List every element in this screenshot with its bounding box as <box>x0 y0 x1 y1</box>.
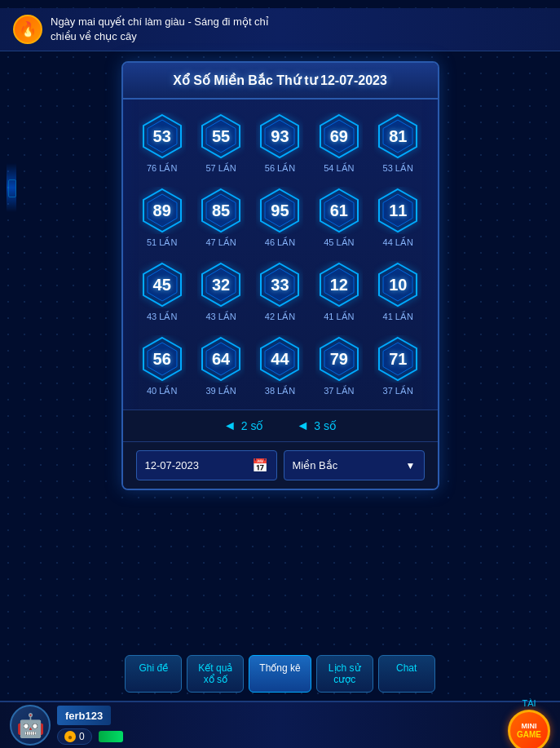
nav-chat-button[interactable]: Chat <box>378 655 435 693</box>
region-select[interactable]: Miền Bắc ▼ <box>284 450 425 480</box>
username-bar: ferb123 <box>57 706 111 725</box>
number-cell: 10 41 LẦN <box>374 261 421 322</box>
bottom-nav: Ghi đề Kết quả xổ số Thống kê Lịch sử cư… <box>0 648 560 699</box>
coin-icon: ● <box>64 731 76 742</box>
mini-game[interactable]: TÀI MINI GAME <box>508 698 550 748</box>
number-cell: 44 38 LẦN <box>256 335 303 396</box>
hexagon[interactable]: 81 <box>374 113 421 160</box>
number-cell: 11 44 LẦN <box>374 187 421 248</box>
mini-game-badge[interactable]: MINI GAME <box>508 710 550 748</box>
card-header: Xổ Số Miền Bắc Thứ tư 12-07-2023 <box>123 63 438 100</box>
hexagon[interactable]: 45 <box>139 261 186 308</box>
number-cell: 33 42 LẦN <box>256 261 303 322</box>
controls-row: 12-07-2023 📅 Miền Bắc ▼ <box>123 442 438 489</box>
user-info: ferb123 ● 0 <box>57 706 508 745</box>
hexagon[interactable]: 44 <box>256 335 303 383</box>
numbers-row-1: 53 76 LẦN 55 57 LẦN <box>133 113 428 174</box>
hexagon[interactable]: 61 <box>315 187 363 234</box>
filter-3so-arrow: ◄ <box>297 418 310 433</box>
numbers-row-4: 56 40 LẦN 64 39 LẦN <box>133 335 428 396</box>
hexagon[interactable]: 10 <box>374 261 421 308</box>
banner-text: Ngày mai quyết chí làm giàu - Sáng đi mộ… <box>51 15 269 44</box>
dropdown-arrow-icon: ▼ <box>406 460 416 471</box>
main-container: 🔥 Ngày mai quyết chí làm giàu - Sáng đi … <box>0 0 560 748</box>
number-cell: 56 40 LẦN <box>139 335 186 396</box>
filter-2so-button[interactable]: ◄ 2 số <box>223 418 264 433</box>
coin-badge: ● 0 <box>57 728 92 745</box>
side-decoration <box>7 163 16 212</box>
hexagon[interactable]: 32 <box>197 261 245 308</box>
number-cell: 32 43 LẦN <box>197 261 245 322</box>
hexagon[interactable]: 53 <box>139 113 186 160</box>
number-cell: 69 54 LẦN <box>315 113 363 174</box>
username: ferb123 <box>65 710 103 722</box>
filter-3so-button[interactable]: ◄ 3 số <box>297 418 337 433</box>
number-cell: 93 56 LẦN <box>256 113 303 174</box>
hexagon[interactable]: 11 <box>374 187 421 234</box>
hexagon[interactable]: 89 <box>139 187 186 234</box>
number-cell: 53 76 LẦN <box>139 113 186 174</box>
hexagon[interactable]: 93 <box>256 113 303 160</box>
avatar: 🤖 <box>10 705 51 746</box>
nav-ket-qua-button[interactable]: Kết quả xổ số <box>187 655 244 693</box>
hexagon[interactable]: 95 <box>256 187 303 234</box>
main-card: Xổ Số Miền Bắc Thứ tư 12-07-2023 53 76 L… <box>121 61 439 490</box>
hexagon[interactable]: 85 <box>197 187 245 234</box>
avatar-icon: 🤖 <box>16 712 45 739</box>
number-cell: 81 53 LẦN <box>374 113 421 174</box>
number-cell: 89 51 LẦN <box>139 187 186 248</box>
numbers-row-2: 89 51 LẦN 85 47 LẦN <box>133 187 428 248</box>
hexagon[interactable]: 55 <box>197 113 245 160</box>
bottom-bar: 🤖 ferb123 ● 0 TÀI MINI GAME <box>0 701 560 748</box>
hexagon[interactable]: 56 <box>139 335 186 383</box>
coins-row: ● 0 <box>57 728 508 745</box>
calendar-icon: 📅 <box>252 458 268 473</box>
number-cell: 55 57 LẦN <box>197 113 245 174</box>
hexagon[interactable]: 79 <box>315 335 363 383</box>
number-cell: 61 45 LẦN <box>315 187 363 248</box>
number-cell: 79 37 LẦN <box>315 335 363 396</box>
hexagon[interactable]: 69 <box>315 113 363 160</box>
filter-2so-arrow: ◄ <box>223 418 236 433</box>
numbers-row-3: 45 43 LẦN 32 43 LẦN <box>133 261 428 322</box>
number-cell: 95 46 LẦN <box>256 187 303 248</box>
number-cell: 45 43 LẦN <box>139 261 186 322</box>
number-cell: 85 47 LẦN <box>197 187 245 248</box>
card-title: Xổ Số Miền Bắc Thứ tư 12-07-2023 <box>139 73 421 88</box>
number-cell: 12 41 LẦN <box>315 261 363 322</box>
top-banner: 🔥 Ngày mai quyết chí làm giàu - Sáng đi … <box>0 8 560 51</box>
date-input[interactable]: 12-07-2023 📅 <box>136 450 277 480</box>
hexagon[interactable]: 64 <box>197 335 245 383</box>
nav-lich-su-button[interactable]: Lịch sử cược <box>316 655 373 693</box>
hexagon[interactable]: 12 <box>315 261 363 308</box>
numbers-grid: 53 76 LẦN 55 57 LẦN <box>123 100 438 409</box>
hexagon[interactable]: 33 <box>256 261 303 308</box>
number-cell: 64 39 LẦN <box>197 335 245 396</box>
hexagon[interactable]: 71 <box>374 335 421 383</box>
green-bar <box>99 731 123 742</box>
nav-ghi-de-button[interactable]: Ghi đề <box>125 655 182 693</box>
banner-icon: 🔥 <box>13 15 42 44</box>
filter-section: ◄ 2 số ◄ 3 số <box>123 409 438 442</box>
tai-label: TÀI <box>522 698 536 708</box>
number-cell: 71 37 LẦN <box>374 335 421 396</box>
coin-value: 0 <box>79 731 85 742</box>
nav-thong-ke-button[interactable]: Thống kê <box>249 655 311 693</box>
